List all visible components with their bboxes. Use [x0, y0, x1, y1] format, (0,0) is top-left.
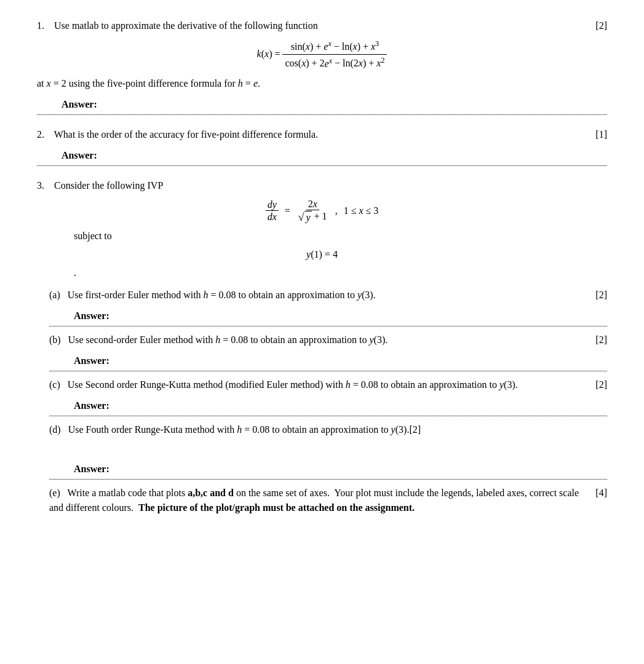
sub-b-marks: [2]: [582, 333, 607, 347]
sub-d-label: (d): [49, 424, 61, 435]
q3-number: 3.: [37, 178, 49, 193]
sub-b-dotted: [49, 371, 607, 371]
q3-rhs-fraction: 2x √y + 1: [296, 198, 329, 224]
q3-subject-to-text: subject to: [74, 231, 112, 241]
sub-c-answer-label: Answer:: [74, 398, 607, 413]
q3-sqrt-symbol: √: [298, 211, 304, 224]
q1-kx-lhs: k(x) =: [257, 49, 283, 59]
question-3: 3. Consider the following IVP dy dx = 2x…: [37, 178, 607, 515]
q1-numerator: sin(x) + ex − ln(x) + x3: [282, 38, 387, 55]
q3-range: 1 ≤ x ≤ 3: [344, 204, 379, 218]
q1-formula: k(x) = sin(x) + ex − ln(x) + x3 cos(x) +…: [37, 38, 607, 71]
sub-a-label: (a): [49, 290, 60, 300]
q3-dy: dy: [266, 199, 279, 211]
sub-question-c: (c) Use Second order Runge-Kutta method …: [49, 377, 607, 416]
sub-e-text: (e) Write a matlab code that plots a,b,c…: [49, 486, 582, 515]
sub-c-text: (c) Use Second order Runge-Kutta method …: [49, 377, 582, 392]
sub-e-line: (e) Write a matlab code that plots a,b,c…: [49, 486, 607, 515]
q3-dy-dx: dy dx: [266, 199, 279, 223]
sub-c-marks: [2]: [582, 377, 607, 392]
sub-c-dotted: [49, 416, 607, 416]
question-1: 1. Use matlab to approximate the derivat…: [37, 18, 607, 115]
q3-ode: dy dx = 2x √y + 1 , 1 ≤ x ≤ 3: [37, 198, 607, 224]
q1-denominator: cos(x) + 2ex − ln(2x) + x2: [282, 55, 387, 71]
q3-comma: ,: [335, 204, 338, 218]
sub-c-line: (c) Use Second order Runge-Kutta method …: [49, 377, 607, 392]
q3-intro-text: Consider the following IVP: [54, 178, 163, 193]
sub-b-text: (b) Use second-order Euler method with h…: [49, 333, 582, 347]
sub-e-label: (e): [49, 488, 60, 498]
q3-rhs-den: √y + 1: [296, 210, 329, 224]
sub-b-label: (b): [49, 334, 61, 345]
q1-number: 1.: [37, 20, 44, 31]
sub-e-marks: [4]: [582, 486, 607, 500]
q3-dx: dx: [266, 211, 279, 223]
question-2-text: 2. What is the order of the accuracy for…: [37, 127, 582, 142]
sub-e-bold1: a,b,c and d: [188, 488, 234, 498]
question-1-text: 1. Use matlab to approximate the derivat…: [37, 18, 582, 33]
q3-sqrt: √y: [298, 211, 312, 224]
q1-marks: [2]: [582, 18, 607, 33]
sub-a-dotted: [49, 326, 607, 326]
q2-marks: [1]: [582, 127, 607, 142]
q2-number: 2.: [37, 129, 44, 140]
sub-b-answer-label: Answer:: [74, 354, 607, 368]
q1-answer-label: Answer:: [62, 97, 607, 112]
q3-period: .: [74, 266, 607, 280]
sub-d-answer-label: Answer:: [74, 462, 607, 476]
sub-e-bold2: The picture of the plot/graph must be at…: [138, 502, 415, 513]
q1-at-x: at x = 2 using the five-point difference…: [37, 76, 607, 91]
sub-a-text: (a) Use first-order Euler method with h …: [49, 288, 582, 302]
q2-answer-label: Answer:: [62, 148, 607, 163]
sub-c-label: (c): [49, 379, 60, 390]
q3-rhs-num: 2x: [306, 198, 319, 210]
q2-body: What is the order of the accuracy for fi…: [54, 129, 318, 140]
q1-dotted-line: [37, 114, 607, 115]
q3-intro-line: 3. Consider the following IVP: [37, 178, 607, 193]
sub-d-marks-inline: [2]: [409, 424, 421, 435]
q1-fraction: sin(x) + ex − ln(x) + x3 cos(x) + 2ex − …: [282, 38, 387, 71]
q3-ic: y(1) = 4: [37, 247, 607, 262]
sub-d-line: (d) Use Fouth order Runge-Kuta method wi…: [49, 422, 607, 437]
sub-a-answer-label: Answer:: [74, 309, 607, 323]
question-2-line: 2. What is the order of the accuracy for…: [37, 127, 607, 142]
q1-intro: Use matlab to approximate the derivative…: [54, 20, 318, 31]
q3-sqrt-content: y: [304, 211, 311, 223]
sub-a-line: (a) Use first-order Euler method with h …: [49, 288, 607, 302]
q3-subject-to: subject to: [74, 229, 607, 243]
sub-b-line: (b) Use second-order Euler method with h…: [49, 333, 607, 347]
sub-question-e: (e) Write a matlab code that plots a,b,c…: [49, 486, 607, 515]
q1-text-after: at x = 2 using the five-point difference…: [37, 76, 260, 91]
question-1-line: 1. Use matlab to approximate the derivat…: [37, 18, 607, 33]
sub-d-text: (d) Use Fouth order Runge-Kuta method wi…: [49, 422, 607, 437]
sub-a-marks: [2]: [582, 288, 607, 302]
sub-d-spacer: [49, 437, 607, 456]
q3-equals: =: [285, 204, 290, 218]
question-2: 2. What is the order of the accuracy for…: [37, 127, 607, 166]
q2-dotted-line: [37, 165, 607, 166]
sub-question-a: (a) Use first-order Euler method with h …: [49, 288, 607, 326]
sub-d-dotted: [49, 479, 607, 480]
sub-question-d: (d) Use Fouth order Runge-Kuta method wi…: [49, 422, 607, 480]
q3-ode-lhs: dy dx: [266, 199, 279, 223]
sub-question-b: (b) Use second-order Euler method with h…: [49, 333, 607, 371]
